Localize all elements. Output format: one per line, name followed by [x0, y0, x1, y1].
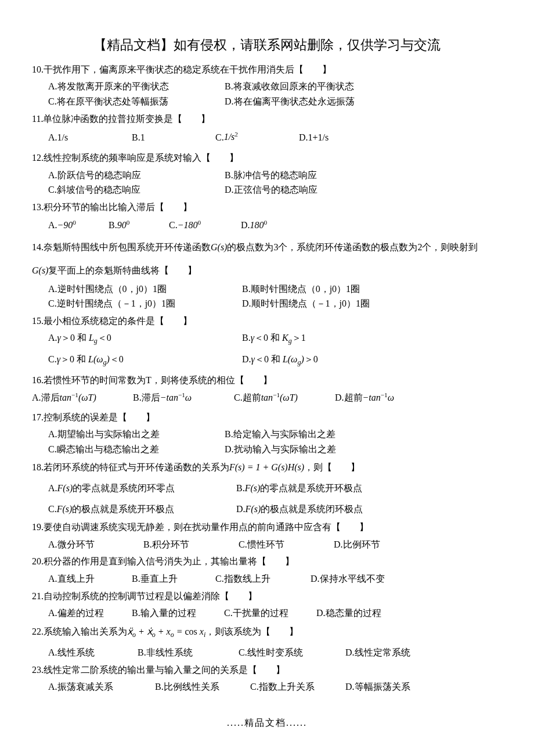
page-footer: .....精品文档......	[32, 715, 502, 730]
question-16: 16.若惯性环节的时间常数为T，则将使系统的相位【 】	[32, 373, 502, 388]
question-13-options: A.−900 B.900 C.−1800 D.1800	[32, 218, 502, 233]
q22-opt-b: B.非线性系统	[138, 645, 236, 660]
question-14-cont: G(s)复平面上的奈魁斯特曲线将【 】	[32, 263, 502, 278]
q22-opt-d: D.线性定常系统	[345, 645, 410, 660]
q17-opt-a: A.期望输出与实际输出之差	[48, 427, 222, 442]
question-23: 23.线性定常二阶系统的输出量与输入量之间的关系是【 】	[32, 663, 502, 678]
q10-opt-d: D.将在偏离平衡状态处永远振荡	[225, 94, 355, 109]
q14-opt-c: C.逆时针围绕点（－1，j0）1圈	[48, 296, 240, 311]
q21-opt-d: D.稳态量的过程	[316, 606, 381, 621]
q13-opt-b: B.900	[109, 218, 167, 233]
q19-opt-d: D.比例环节	[334, 537, 380, 552]
q20-opt-d: D.保持水平线不变	[311, 571, 385, 586]
q15-opt-c: C.γ＞0 和 L(ωg)＜0	[48, 352, 240, 368]
question-23-options: A.振荡衰减关系 B.比例线性关系 C.指数上升关系 D.等幅振荡关系	[32, 679, 502, 694]
q16-opt-c: C.超前tan−1(ωT)	[234, 390, 333, 405]
question-20-options: A.直线上升 B.垂直上升 C.指数线上升 D.保持水平线不变	[32, 571, 502, 586]
q17-opt-c: C.瞬态输出与稳态输出之差	[48, 442, 222, 457]
q12-opt-b: B.脉冲信号的稳态响应	[225, 168, 317, 183]
q14-opt-b: B.顺时针围绕点（0，j0）1圈	[242, 282, 360, 297]
question-22-options: A.线性系统 B.非线性系统 C.线性时变系统 D.线性定常系统	[32, 645, 502, 660]
q20-opt-b: B.垂直上升	[132, 571, 213, 586]
question-12: 12.线性控制系统的频率响应是系统对输入【 】	[32, 150, 502, 165]
q14-opt-a: A.逆时针围绕点（0，j0）1圈	[48, 282, 240, 297]
q22-opt-c: C.线性时变系统	[239, 645, 343, 660]
question-16-options: A.滞后tan−1(ωT) B.滞后−tan−1ω C.超前tan−1(ωT) …	[32, 390, 502, 405]
q23-opt-c: C.指数上升关系	[250, 679, 343, 694]
q14-opt-d: D.顺时针围绕点（－1，j0）1圈	[242, 296, 370, 311]
q16-opt-a: A.滞后tan−1(ωT)	[32, 390, 131, 405]
q10-opt-a: A.将发散离开原来的平衡状态	[48, 79, 222, 94]
q10-opt-b: B.将衰减收敛回原来的平衡状态	[225, 79, 354, 94]
q17-opt-d: D.扰动输入与实际输出之差	[225, 442, 336, 457]
q23-opt-a: A.振荡衰减关系	[48, 679, 153, 694]
question-11: 11.单位脉冲函数的拉普拉斯变换是【 】	[32, 111, 502, 127]
question-15: 15.最小相位系统稳定的条件是【 】	[32, 314, 502, 329]
q15-opt-b: B.γ＜0 和 Kg＞1	[242, 330, 306, 347]
q11-opt-a: A.1/s	[48, 130, 129, 145]
question-19: 19.要使自动调速系统实现无静差，则在扰动量作用点的前向通路中应含有【 】	[32, 520, 502, 535]
q11-opt-b: B.1	[132, 130, 213, 145]
question-14: 14.奈魁斯特围线中所包围系统开环传递函数G(s)的极点数为3个，系统闭环传递函…	[32, 240, 502, 255]
q12-opt-c: C.斜坡信号的稳态响应	[48, 182, 222, 197]
q17-opt-b: B.给定输入与实际输出之差	[225, 427, 335, 442]
question-17-options: A.期望输出与实际输出之差 B.给定输入与实际输出之差 C.瞬态输出与稳态输出之…	[32, 427, 502, 456]
q19-opt-a: A.微分环节	[48, 537, 141, 552]
question-19-options: A.微分环节 B.积分环节 C.惯性环节 D.比例环节	[32, 537, 502, 552]
q22-opt-a: A.线性系统	[48, 645, 135, 660]
q16-opt-d: D.超前−tan−1ω	[335, 393, 394, 402]
q18-opt-b: B.F(s)的零点就是系统开环极点	[236, 481, 362, 496]
q19-opt-c: C.惯性环节	[239, 537, 331, 552]
q23-opt-d: D.等幅振荡关系	[345, 679, 410, 694]
q23-opt-b: B.比例线性关系	[155, 679, 248, 694]
question-11-options: A.1/s B.1 C. 1/s2 D.1+1/s	[32, 129, 502, 145]
q20-opt-c: C.指数线上升	[215, 571, 308, 586]
question-18: 18.若闭环系统的特征式与开环传递函数的关系为F(s) = 1 + G(s)H(…	[32, 460, 502, 475]
q18-opt-d: D.F(s)的极点就是系统闭环极点	[236, 502, 363, 517]
q16-opt-b: B.滞后−tan−1ω	[133, 390, 232, 405]
q18-opt-a: A.F(s)的零点就是系统闭环零点	[48, 481, 234, 496]
q21-opt-c: C.干扰量的过程	[224, 606, 314, 621]
question-18-options: A.F(s)的零点就是系统闭环零点 B.F(s)的零点就是系统开环极点 C.F(…	[32, 481, 502, 516]
q12-opt-d: D.正弦信号的稳态响应	[225, 182, 317, 197]
q15-opt-a: A.γ＞0 和 Lg＜0	[48, 330, 240, 347]
q12-opt-a: A.阶跃信号的稳态响应	[48, 168, 222, 183]
q11-opt-d: D.1+1/s	[299, 130, 329, 145]
q13-opt-c: C.−1800	[169, 218, 239, 233]
question-21-options: A.偏差的过程 B.输入量的过程 C.干扰量的过程 D.稳态量的过程	[32, 606, 502, 621]
q15-opt-d: D.γ＜0 和 L(ωg)＞0	[242, 352, 318, 368]
q11-opt-c: C. 1/s2	[215, 129, 297, 145]
q21-opt-a: A.偏差的过程	[48, 606, 129, 621]
question-10-options: A.将发散离开原来的平衡状态 B.将衰减收敛回原来的平衡状态 C.将在原平衡状态…	[32, 79, 502, 109]
q19-opt-b: B.积分环节	[143, 537, 236, 552]
q13-opt-d: D.1800	[241, 218, 267, 233]
question-13: 13.积分环节的输出比输入滞后【 】	[32, 200, 502, 215]
q18-opt-c: C.F(s)的极点就是系统开环极点	[48, 502, 234, 517]
question-21: 21.自动控制系统的控制调节过程是以偏差消除【 】	[32, 589, 502, 604]
question-17: 17.控制系统的误差是【 】	[32, 410, 502, 425]
question-20: 20.积分器的作用是直到输入信号消失为止，其输出量将【 】	[32, 554, 502, 569]
question-10: 10.干扰作用下，偏离原来平衡状态的稳定系统在干扰作用消失后【 】	[32, 62, 502, 77]
question-15-options: A.γ＞0 和 Lg＜0 B.γ＜0 和 Kg＞1 C.γ＞0 和 L(ωg)＜…	[32, 330, 502, 368]
q10-opt-c: C.将在原平衡状态处等幅振荡	[48, 94, 222, 109]
question-14-options: A.逆时针围绕点（0，j0）1圈 B.顺时针围绕点（0，j0）1圈 C.逆时针围…	[32, 282, 502, 311]
question-12-options: A.阶跃信号的稳态响应 B.脉冲信号的稳态响应 C.斜坡信号的稳态响应 D.正弦…	[32, 168, 502, 197]
q21-opt-b: B.输入量的过程	[132, 606, 222, 621]
page-header: 【精品文档】如有侵权，请联系网站删除，仅供学习与交流	[32, 35, 502, 56]
q13-opt-a: A.−900	[48, 218, 106, 233]
q20-opt-a: A.直线上升	[48, 571, 129, 586]
question-22: 22.系统输入输出关系为ẍo + ẋo + xo = cos xi，则该系统为【…	[32, 624, 502, 640]
